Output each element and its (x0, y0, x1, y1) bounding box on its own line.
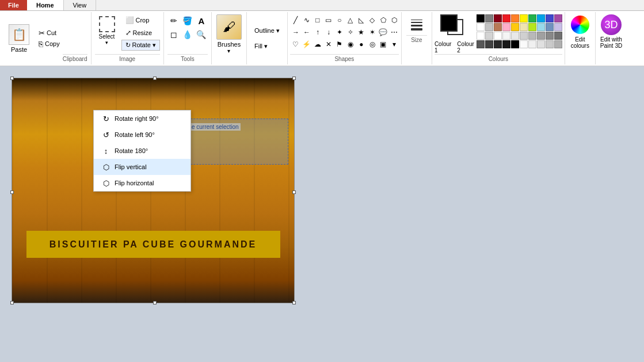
handle-tl[interactable] (10, 77, 14, 80)
shape-arrow-left[interactable]: ← (301, 26, 313, 38)
swatch-fa[interactable] (520, 40, 528, 48)
flip-vertical-item[interactable]: ⬡ Flip vertical (94, 159, 190, 175)
paint3d-group[interactable]: 3D Edit withPaint 3D (596, 12, 627, 64)
shape-sq2[interactable]: ▣ (378, 39, 389, 50)
swatch-gold[interactable] (511, 23, 519, 31)
swatch-orange[interactable] (511, 14, 519, 22)
handle-br[interactable] (292, 301, 296, 304)
paste-button[interactable]: 📋 Paste (3, 14, 35, 62)
size-icon[interactable] (406, 14, 427, 35)
swatch-lime[interactable] (528, 23, 536, 31)
shape-arrow-up[interactable]: ↑ (312, 26, 323, 38)
shape-more[interactable]: ⋯ (388, 26, 400, 38)
shape-down[interactable]: ▾ (388, 39, 400, 50)
tab-home[interactable]: Home (27, 0, 64, 10)
handle-mr[interactable] (292, 190, 296, 194)
swatch-pink[interactable] (502, 23, 510, 31)
swatch-blue[interactable] (546, 14, 554, 22)
swatch-e8[interactable] (511, 32, 519, 40)
handle-tm[interactable] (153, 77, 157, 80)
colour1-swatch[interactable] (440, 14, 458, 32)
rotate-right-item[interactable]: ↻ Rotate right 90° (94, 110, 190, 127)
swatch-a0[interactable] (537, 32, 545, 40)
shape-heart[interactable]: ♡ (290, 39, 302, 50)
shape-arrow-down[interactable]: ↓ (323, 26, 334, 38)
crop-button[interactable]: ⬜ Crop (121, 14, 160, 26)
swatch-w2[interactable] (477, 32, 485, 40)
shape-drop[interactable]: ◉ (345, 39, 356, 50)
shape-star5[interactable]: ★ (356, 26, 367, 38)
rotate-left-item[interactable]: ↺ Rotate left 90° (94, 127, 190, 143)
swatch-cyan[interactable] (537, 14, 545, 22)
swatch-ca[interactable] (546, 40, 554, 48)
shape-triangle[interactable]: △ (345, 14, 356, 26)
handle-tr[interactable] (292, 77, 296, 80)
shape-lightning[interactable]: ⚡ (301, 39, 313, 50)
swatch-white[interactable] (477, 23, 485, 31)
shape-rounded-rect[interactable]: ▭ (323, 14, 334, 26)
shape-right-triangle[interactable]: ◺ (356, 14, 367, 26)
fill-button[interactable]: Fill ▾ (250, 41, 284, 52)
swatch-58[interactable] (477, 40, 485, 48)
shape-donut[interactable]: ◎ (367, 39, 378, 50)
swatch-f5[interactable] (502, 32, 510, 40)
copy-button[interactable]: ⎘ Copy (36, 39, 63, 49)
shape-x[interactable]: ✕ (323, 39, 334, 50)
resize-button[interactable]: ⤢ Resize (121, 27, 160, 39)
swatch-lavender[interactable] (554, 23, 562, 31)
swatch-black[interactable] (477, 14, 485, 22)
rotate-180-item[interactable]: ↕ Rotate 180° (94, 143, 190, 159)
eraser-tool[interactable]: ◻ (167, 28, 180, 41)
shape-star4[interactable]: ✧ (345, 26, 356, 38)
outline-button[interactable]: Outline ▾ (250, 25, 284, 36)
shape-diamond[interactable]: ◇ (367, 14, 378, 26)
eyedropper-tool[interactable]: 💧 (181, 28, 194, 41)
swatch-b8[interactable] (528, 32, 536, 40)
handle-bm[interactable] (153, 301, 157, 304)
swatch-brown[interactable] (494, 23, 502, 31)
shape-cloud[interactable]: ☁ (312, 39, 323, 50)
swatch-18[interactable] (502, 40, 510, 48)
swatch-w3[interactable] (494, 32, 502, 40)
swatch-lg2[interactable] (485, 32, 493, 40)
text-tool[interactable]: A (195, 14, 208, 27)
shape-callout[interactable]: 💬 (378, 26, 389, 38)
tab-view[interactable]: View (64, 0, 97, 10)
rotate-button[interactable]: ↻ Rotate ▾ (121, 40, 160, 51)
swatch-steelblue[interactable] (546, 23, 554, 31)
shape-pentagon[interactable]: ⬠ (378, 14, 389, 26)
swatch-lightgray[interactable] (485, 23, 493, 31)
shape-star6[interactable]: ✶ (367, 26, 378, 38)
shape-curve[interactable]: ∿ (301, 14, 313, 26)
handle-ml[interactable] (10, 190, 14, 194)
brushes-icon[interactable]: 🖌 (216, 14, 242, 40)
swatch-d0[interactable] (520, 32, 528, 40)
edit-colours-group[interactable]: Editcolours (565, 12, 596, 64)
shape-ellipse[interactable]: ○ (334, 14, 345, 26)
tab-file[interactable]: File (0, 0, 27, 10)
swatch-green[interactable] (528, 14, 536, 22)
swatch-28[interactable] (494, 40, 502, 48)
select-button[interactable]: Select ▾ (95, 14, 119, 47)
shape-rect[interactable]: □ (312, 14, 323, 26)
shape-line[interactable]: ╱ (290, 14, 302, 26)
swatch-e0[interactable] (537, 40, 545, 48)
magnifier-tool[interactable]: 🔍 (195, 28, 208, 41)
pencil-tool[interactable]: ✏ (167, 14, 180, 27)
swatch-purple[interactable] (554, 14, 562, 22)
swatch-f0[interactable] (528, 40, 536, 48)
shape-flag[interactable]: ⚑ (334, 39, 345, 50)
fill-tool[interactable]: 🪣 (181, 14, 194, 27)
swatch-70[interactable] (554, 32, 562, 40)
swatch-lightyellow[interactable] (520, 23, 528, 31)
flip-horizontal-item[interactable]: ⬡ Flip horizontal (94, 175, 190, 191)
swatch-darkred[interactable] (494, 14, 502, 22)
shape-arrow-right[interactable]: → (290, 26, 302, 38)
shape-circle[interactable]: ● (356, 39, 367, 50)
handle-bl[interactable] (10, 301, 14, 304)
swatch-88[interactable] (546, 32, 554, 40)
swatch-40[interactable] (485, 40, 493, 48)
swatch-gray[interactable] (485, 14, 493, 22)
swatch-00[interactable] (511, 40, 519, 48)
cut-button[interactable]: ✂ Cut (36, 28, 63, 39)
